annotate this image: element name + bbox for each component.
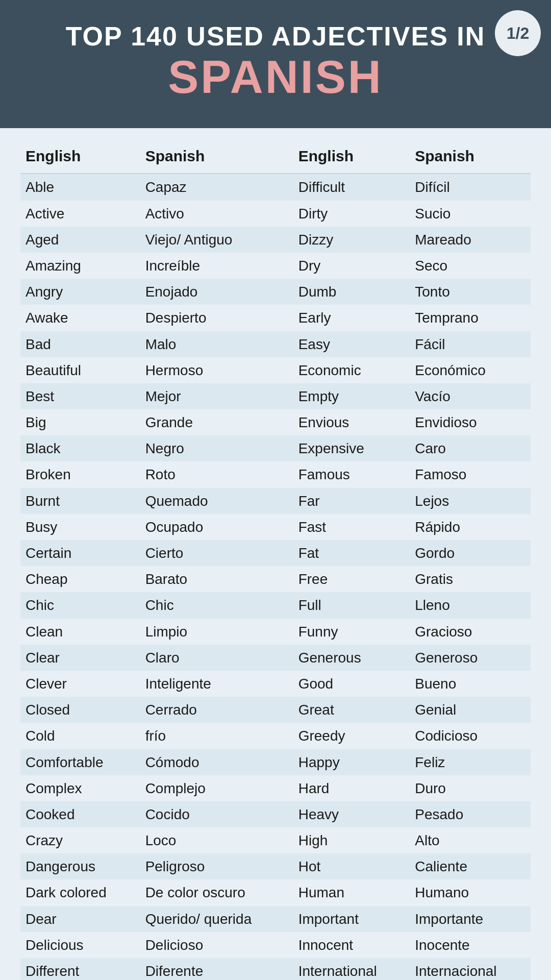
table-cell: Caliente	[410, 853, 531, 879]
table-cell: Roto	[140, 461, 293, 487]
table-cell: Comfortable	[20, 749, 140, 775]
table-cell: Lejos	[410, 488, 531, 514]
table-cell: Lleno	[410, 592, 531, 618]
table-cell: High	[293, 827, 410, 853]
table-cell: Despierto	[140, 305, 293, 331]
table-cell: Economic	[293, 357, 410, 383]
table-cell: Big	[20, 409, 140, 435]
table-cell: Increíble	[140, 253, 293, 279]
table-cell: Busy	[20, 514, 140, 540]
table-cell: Hot	[293, 853, 410, 879]
table-row: ActiveActivoDirtySucio	[20, 201, 531, 227]
table-cell: Amazing	[20, 253, 140, 279]
table-cell: Ocupado	[140, 514, 293, 540]
table-cell: Peligroso	[140, 853, 293, 879]
table-cell: Quemado	[140, 488, 293, 514]
table-cell: Cocido	[140, 801, 293, 827]
table-cell: Chic	[20, 592, 140, 618]
table-cell: Delicious	[20, 932, 140, 958]
header: 1/2 TOP 140 USED ADJECTIVES IN SPANISH	[0, 0, 551, 128]
table-cell: Dry	[293, 253, 410, 279]
table-cell: Best	[20, 383, 140, 409]
table-cell: Generoso	[410, 645, 531, 671]
table-cell: Good	[293, 671, 410, 697]
table-cell: Sucio	[410, 201, 531, 227]
table-row: AgedViejo/ AntiguoDizzyMareado	[20, 227, 531, 253]
table-row: DearQuerido/ queridaImportantImportante	[20, 906, 531, 932]
table-cell: Cierto	[140, 540, 293, 566]
table-cell: Bueno	[410, 671, 531, 697]
table-cell: Humano	[410, 879, 531, 905]
table-cell: Clear	[20, 645, 140, 671]
table-cell: Aged	[20, 227, 140, 253]
table-cell: Greedy	[293, 723, 410, 749]
table-cell: Cold	[20, 723, 140, 749]
table-row: DeliciousDeliciosoInnocentInocente	[20, 932, 531, 958]
table-row: ColdfríoGreedyCodicioso	[20, 723, 531, 749]
header-title: TOP 140 USED ADJECTIVES IN	[31, 20, 520, 52]
table-cell: Complex	[20, 775, 140, 801]
table-row: DifferentDiferenteInternationalInternaci…	[20, 958, 531, 980]
table-row: ComfortableCómodoHappyFeliz	[20, 749, 531, 775]
table-cell: Gratis	[410, 566, 531, 592]
table-cell: Vacío	[410, 383, 531, 409]
table-row: BusyOcupadoFastRápido	[20, 514, 531, 540]
table-cell: Fácil	[410, 331, 531, 357]
table-cell: Generous	[293, 645, 410, 671]
table-row: Dark coloredDe color oscuroHumanHumano	[20, 879, 531, 905]
table-cell: Dear	[20, 906, 140, 932]
table-cell: Bad	[20, 331, 140, 357]
table-row: DangerousPeligrosoHotCaliente	[20, 853, 531, 879]
table-cell: Dumb	[293, 279, 410, 305]
table-cell: Limpio	[140, 619, 293, 645]
col1-header: English	[20, 143, 140, 174]
table-cell: Cómodo	[140, 749, 293, 775]
table-cell: Active	[20, 201, 140, 227]
page-badge: 1/2	[495, 10, 541, 56]
table-row: BrokenRotoFamousFamoso	[20, 461, 531, 487]
table-cell: Fast	[293, 514, 410, 540]
table-cell: International	[293, 958, 410, 980]
table-cell: Great	[293, 697, 410, 723]
table-row: ChicChicFullLleno	[20, 592, 531, 618]
table-cell: Temprano	[410, 305, 531, 331]
table-container: English Spanish English Spanish AbleCapa…	[0, 128, 551, 980]
table-cell: Activo	[140, 201, 293, 227]
col4-header: Spanish	[410, 143, 531, 174]
table-cell: Chic	[140, 592, 293, 618]
table-cell: Grande	[140, 409, 293, 435]
table-cell: Seco	[410, 253, 531, 279]
table-cell: Expensive	[293, 435, 410, 461]
table-cell: Claro	[140, 645, 293, 671]
table-row: CrazyLocoHighAlto	[20, 827, 531, 853]
table-cell: Black	[20, 435, 140, 461]
table-row: AbleCapazDifficultDifícil	[20, 174, 531, 200]
table-cell: Dirty	[293, 201, 410, 227]
table-cell: Cerrado	[140, 697, 293, 723]
table-row: CertainCiertoFatGordo	[20, 540, 531, 566]
table-row: CookedCocidoHeavyPesado	[20, 801, 531, 827]
table-cell: Certain	[20, 540, 140, 566]
table-cell: frío	[140, 723, 293, 749]
table-row: AngryEnojadoDumbTonto	[20, 279, 531, 305]
table-cell: Closed	[20, 697, 140, 723]
table-cell: Heavy	[293, 801, 410, 827]
table-cell: Crazy	[20, 827, 140, 853]
table-cell: Enojado	[140, 279, 293, 305]
adjectives-table: English Spanish English Spanish AbleCapa…	[20, 143, 531, 980]
table-cell: Caro	[410, 435, 531, 461]
table-cell: Clever	[20, 671, 140, 697]
table-cell: Happy	[293, 749, 410, 775]
table-row: AmazingIncreíbleDrySeco	[20, 253, 531, 279]
table-cell: Complejo	[140, 775, 293, 801]
table-cell: Inocente	[410, 932, 531, 958]
table-cell: Different	[20, 958, 140, 980]
table-cell: Económico	[410, 357, 531, 383]
table-cell: Difícil	[410, 174, 531, 200]
table-cell: Diferente	[140, 958, 293, 980]
col2-header: Spanish	[140, 143, 293, 174]
table-cell: Barato	[140, 566, 293, 592]
table-row: BlackNegroExpensiveCaro	[20, 435, 531, 461]
table-cell: Inteligente	[140, 671, 293, 697]
table-cell: Fat	[293, 540, 410, 566]
